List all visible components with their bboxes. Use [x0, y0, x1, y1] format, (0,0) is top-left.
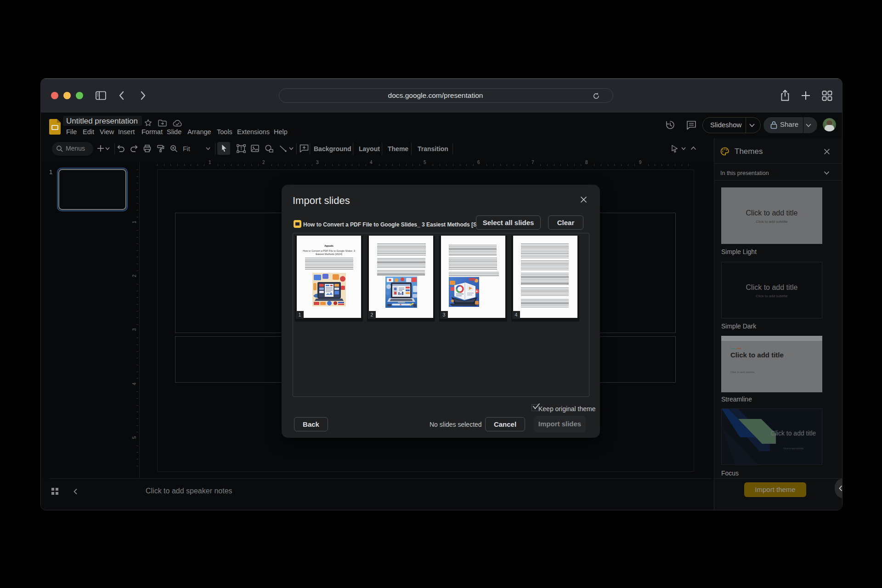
svg-text:T: T [240, 146, 243, 151]
